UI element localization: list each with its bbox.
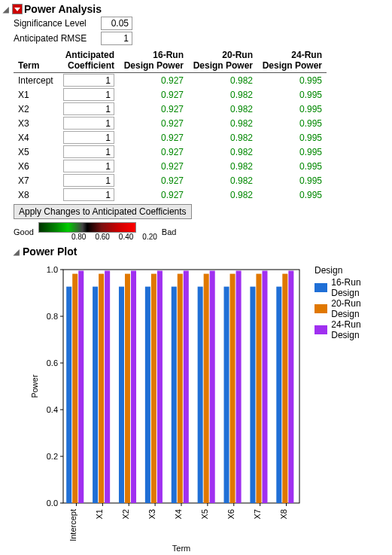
power-16: 0.927	[119, 73, 188, 88]
legend-swatch	[315, 283, 327, 292]
svg-rect-41	[204, 274, 209, 503]
power-16: 0.927	[119, 159, 188, 173]
svg-rect-31	[151, 274, 156, 503]
legend-swatch	[315, 325, 327, 334]
power-20: 0.982	[188, 188, 257, 202]
coef-input[interactable]	[63, 174, 114, 187]
power-16: 0.927	[119, 145, 188, 159]
svg-text:X5: X5	[200, 509, 209, 519]
term-cell: Intercept	[14, 73, 59, 88]
gradient-bar	[38, 222, 136, 233]
svg-rect-52	[262, 271, 267, 503]
power-24: 0.995	[257, 159, 327, 173]
svg-text:Intercept: Intercept	[68, 509, 77, 541]
coef-input[interactable]	[63, 145, 114, 158]
svg-text:0.0: 0.0	[47, 499, 58, 508]
power-16: 0.927	[119, 173, 188, 188]
coef-input[interactable]	[63, 160, 114, 172]
term-cell: X2	[14, 102, 59, 116]
term-cell: X8	[14, 188, 59, 202]
gradient-good-label: Good	[14, 227, 34, 236]
disclosure-triangle-icon[interactable]: ◢	[14, 248, 21, 256]
hotspot-menu-icon[interactable]	[12, 4, 23, 14]
term-cell: X3	[14, 116, 59, 130]
svg-rect-55	[276, 287, 281, 503]
svg-rect-46	[230, 274, 236, 503]
power-20: 0.982	[188, 73, 257, 88]
svg-rect-36	[178, 274, 183, 503]
svg-text:X2: X2	[121, 509, 130, 519]
svg-text:X3: X3	[147, 509, 156, 519]
svg-text:X6: X6	[226, 509, 236, 519]
rmse-input[interactable]	[101, 32, 132, 45]
col-24run: 24-RunDesign Power	[257, 48, 327, 73]
gradient-bad-label: Bad	[162, 227, 177, 236]
power-20: 0.982	[188, 102, 257, 116]
svg-rect-17	[78, 271, 84, 503]
power-plot-title: Power Plot	[23, 245, 77, 258]
svg-rect-16	[72, 274, 77, 503]
power-24: 0.995	[257, 173, 327, 188]
power-16: 0.927	[119, 188, 188, 202]
chart-legend: Design 16-Run Design20-Run Design24-Run …	[315, 265, 389, 340]
power-24: 0.995	[257, 130, 327, 145]
gradient-ticks: 0.80 0.60 0.40 0.20	[71, 233, 157, 241]
table-row: X50.9270.9820.995	[14, 145, 327, 159]
power-16: 0.927	[119, 130, 188, 145]
coef-input[interactable]	[63, 117, 114, 130]
term-cell: X1	[14, 87, 59, 102]
legend-item: 16-Run Design	[315, 277, 389, 298]
svg-rect-42	[210, 271, 215, 503]
power-16: 0.927	[119, 102, 188, 116]
coef-input[interactable]	[63, 88, 114, 101]
svg-rect-22	[105, 271, 110, 503]
power-analysis-header: ◢ Power Analysis	[3, 3, 389, 15]
svg-rect-20	[93, 287, 98, 503]
table-row: X80.9270.9820.995	[14, 188, 327, 202]
power-20: 0.982	[188, 145, 257, 159]
svg-text:0.8: 0.8	[47, 312, 58, 321]
power-24: 0.995	[257, 87, 327, 102]
svg-rect-45	[224, 287, 229, 503]
coef-input[interactable]	[63, 131, 114, 144]
svg-rect-57	[288, 271, 293, 503]
svg-text:X4: X4	[174, 509, 183, 519]
svg-rect-35	[172, 287, 177, 503]
power-16: 0.927	[119, 87, 188, 102]
table-row: X30.9270.9820.995	[14, 116, 327, 130]
svg-rect-50	[250, 287, 255, 503]
svg-text:Term: Term	[172, 544, 190, 553]
svg-rect-27	[131, 271, 136, 503]
coef-input[interactable]	[63, 74, 114, 87]
disclosure-triangle-icon[interactable]: ◢	[3, 5, 11, 14]
term-cell: X5	[14, 145, 59, 159]
svg-rect-26	[125, 274, 130, 503]
legend-label: 16-Run Design	[331, 277, 389, 298]
svg-text:0.6: 0.6	[47, 358, 58, 367]
svg-text:X1: X1	[95, 509, 104, 519]
power-16: 0.927	[119, 116, 188, 130]
coef-input[interactable]	[63, 188, 114, 201]
legend-item: 24-Run Design	[315, 319, 389, 340]
table-row: Intercept0.9270.9820.995	[14, 73, 327, 88]
svg-text:0.4: 0.4	[47, 405, 58, 414]
col-16run: 16-RunDesign Power	[119, 48, 188, 73]
svg-text:1.0: 1.0	[47, 265, 58, 274]
power-chart: 0.00.20.40.60.81.0PowerInterceptX1X2X3X4…	[27, 262, 305, 555]
rmse-row: Anticipated RMSE	[14, 32, 389, 45]
power-24: 0.995	[257, 188, 327, 202]
power-24: 0.995	[257, 116, 327, 130]
legend-title: Design	[315, 265, 389, 276]
table-row: X60.9270.9820.995	[14, 159, 327, 173]
coef-input[interactable]	[63, 102, 114, 115]
significance-row: Significance Level	[14, 17, 389, 30]
svg-text:Power: Power	[30, 374, 39, 398]
significance-input[interactable]	[101, 17, 132, 30]
svg-rect-37	[184, 271, 189, 503]
svg-marker-0	[14, 8, 20, 11]
apply-button[interactable]: Apply Changes to Anticipated Coefficient…	[14, 204, 192, 219]
power-20: 0.982	[188, 116, 257, 130]
power-20: 0.982	[188, 159, 257, 173]
term-cell: X6	[14, 159, 59, 173]
term-cell: X4	[14, 130, 59, 145]
